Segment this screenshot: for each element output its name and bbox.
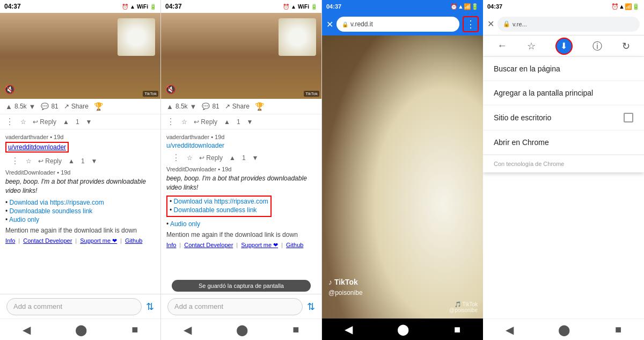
- audio-link-2[interactable]: Audio only: [170, 220, 200, 228]
- support-link-2[interactable]: Support me ❤: [241, 242, 278, 249]
- dots-2[interactable]: ⋮: [11, 156, 19, 166]
- back-btn[interactable]: ←: [497, 40, 507, 52]
- award-icon-2[interactable]: 🏆: [255, 102, 264, 111]
- dots-4[interactable]: ⋮: [172, 153, 180, 163]
- menu-item-desktop[interactable]: Sitio de escritorio: [483, 105, 644, 131]
- vote-section-2[interactable]: ▲ 8.5k ▼: [166, 103, 196, 111]
- save-icon-3[interactable]: ☆: [181, 118, 187, 126]
- download-link-2[interactable]: Download via https://ripsave.com: [174, 198, 268, 205]
- save-icon-4[interactable]: ☆: [187, 154, 193, 162]
- sep-4: |: [179, 242, 181, 249]
- recent-nav-1[interactable]: ■: [131, 323, 138, 336]
- vote-down-1[interactable]: ▼: [86, 118, 92, 126]
- browser-close-x[interactable]: ✕: [487, 19, 494, 29]
- vote-down-3[interactable]: ▼: [247, 118, 253, 126]
- audio-item-2[interactable]: • Audio only: [166, 220, 316, 228]
- back-nav-2[interactable]: ◀: [184, 323, 192, 336]
- share-btn-2[interactable]: ↗ Share: [225, 103, 250, 110]
- github-link-2[interactable]: Github: [286, 242, 303, 249]
- contact-link-2[interactable]: Contact Developer: [184, 242, 233, 249]
- link-item-2[interactable]: • Downloadable soundless link: [5, 207, 155, 215]
- link-item-1[interactable]: • Download via https://ripsave.com: [5, 199, 155, 206]
- dots-1[interactable]: ⋮: [5, 117, 14, 127]
- info-link-1[interactable]: Info: [5, 237, 15, 244]
- bot-name-2: VredditDownloader: [166, 166, 216, 172]
- back-nav-4[interactable]: ◀: [506, 323, 514, 336]
- vote-down-2[interactable]: ▼: [91, 157, 98, 165]
- menu-item-search[interactable]: Buscar en la página: [483, 57, 644, 81]
- comment-icon-1: 💬: [41, 103, 49, 110]
- reply-btn-1[interactable]: ↩ Reply: [33, 118, 56, 126]
- github-link-1[interactable]: Github: [125, 237, 142, 244]
- downvote-arrow-1[interactable]: ▼: [29, 103, 36, 111]
- username-highlight-1[interactable]: u/vredditdownloader: [5, 142, 69, 153]
- tiktok-recent[interactable]: ■: [454, 323, 460, 336]
- home-nav-2[interactable]: ⬤: [236, 323, 248, 336]
- downvote-arrow-2[interactable]: ▼: [190, 103, 197, 111]
- support-link-1[interactable]: Support me ❤: [80, 237, 117, 244]
- vote-down-4[interactable]: ▼: [252, 154, 259, 162]
- link-item-3[interactable]: • Audio only: [5, 216, 155, 223]
- mute-icon-2[interactable]: 🔇: [165, 84, 176, 95]
- browser-status-bar: 04:37 ⏰▲📶🔋: [483, 0, 644, 13]
- comments-btn-1[interactable]: 💬 81: [41, 103, 58, 110]
- contact-link-1[interactable]: Contact Developer: [23, 237, 72, 244]
- vote-up-2[interactable]: ▲: [68, 157, 75, 165]
- recent-nav-2[interactable]: ■: [292, 323, 299, 336]
- vote-up-3[interactable]: ▲: [224, 118, 230, 126]
- recent-nav-4[interactable]: ■: [615, 323, 621, 336]
- audio-link-1[interactable]: Audio only: [9, 216, 39, 223]
- download-link-1[interactable]: Download via https://ripsave.com: [10, 199, 104, 206]
- vote-up-4[interactable]: ▲: [229, 154, 236, 162]
- star-btn[interactable]: ☆: [527, 40, 536, 52]
- comment-icon-2: 💬: [202, 103, 210, 110]
- menu-item-add-home[interactable]: Agregar a la pantalla principal: [483, 81, 644, 105]
- sort-icon-1[interactable]: ⇅: [146, 301, 154, 313]
- info-link-2[interactable]: Info: [166, 242, 176, 249]
- menu-footer: Con tecnología de Chrome: [483, 155, 644, 172]
- tiktok-badge-1: TikTok: [143, 91, 158, 97]
- link-item-2a[interactable]: • Download via https://ripsave.com: [170, 198, 268, 205]
- home-nav-4[interactable]: ⬤: [558, 323, 570, 336]
- download-btn[interactable]: ⬇: [555, 38, 573, 55]
- reply-btn-2[interactable]: ↩ Reply: [38, 157, 62, 165]
- upvote-arrow-2[interactable]: ▲: [166, 103, 173, 111]
- back-nav-1[interactable]: ◀: [23, 323, 31, 336]
- browser-menu-dots[interactable]: ⋮: [463, 16, 479, 32]
- menu-item-chrome[interactable]: Abrir en Chrome: [483, 131, 644, 155]
- link-item-2b[interactable]: • Downloadable soundless link: [170, 206, 268, 214]
- vote-up-1[interactable]: ▲: [63, 118, 69, 126]
- soundless-link-1[interactable]: Downloadable soundless link: [10, 207, 93, 215]
- browser-url-bar-2[interactable]: 🔒 v.re...: [497, 17, 640, 32]
- browser-close-btn[interactable]: ✕: [326, 19, 333, 30]
- comment-input-1[interactable]: Add a comment: [6, 298, 142, 315]
- sort-icon-2[interactable]: ⇅: [307, 301, 315, 313]
- mute-icon-1[interactable]: 🔇: [4, 84, 15, 95]
- username-link-2[interactable]: u/vredditdownloader: [166, 142, 224, 149]
- commenter-time-1: • 19d: [50, 134, 63, 140]
- home-nav-1[interactable]: ⬤: [75, 323, 87, 336]
- vote-section-1[interactable]: ▲ 8.5k ▼: [5, 103, 35, 111]
- info-btn[interactable]: ⓘ: [592, 40, 602, 53]
- url-bar[interactable]: 🔒 v.redd.it: [336, 17, 459, 32]
- comment-input-2[interactable]: Add a comment: [167, 298, 303, 315]
- save-icon-1[interactable]: ☆: [20, 118, 26, 126]
- refresh-btn[interactable]: ↻: [622, 40, 630, 52]
- tiktok-home[interactable]: ⬤: [397, 323, 409, 336]
- comments-btn-2[interactable]: 💬 81: [202, 103, 219, 110]
- award-icon-1[interactable]: 🏆: [94, 102, 103, 111]
- soundless-link-2[interactable]: Downloadable soundless link: [174, 206, 257, 214]
- dots-3[interactable]: ⋮: [166, 117, 175, 127]
- username-link-1[interactable]: u/vredditdownloader: [8, 143, 66, 151]
- tiktok-status-bar: 04:37 ⏰▲📶🔋: [322, 0, 483, 13]
- reply-btn-3[interactable]: ↩ Reply: [194, 118, 217, 126]
- upvote-arrow-1[interactable]: ▲: [5, 103, 12, 111]
- video-thumbnail-1[interactable]: 🔇 TikTok: [0, 13, 160, 99]
- reply-btn-4[interactable]: ↩ Reply: [199, 154, 223, 162]
- sep-6: |: [281, 242, 283, 249]
- video-thumbnail-2[interactable]: 🔇 TikTok: [161, 13, 321, 99]
- desktop-checkbox[interactable]: [624, 113, 633, 122]
- share-btn-1[interactable]: ↗ Share: [64, 103, 89, 110]
- save-icon-2[interactable]: ☆: [26, 157, 32, 165]
- tiktok-back[interactable]: ◀: [345, 323, 353, 336]
